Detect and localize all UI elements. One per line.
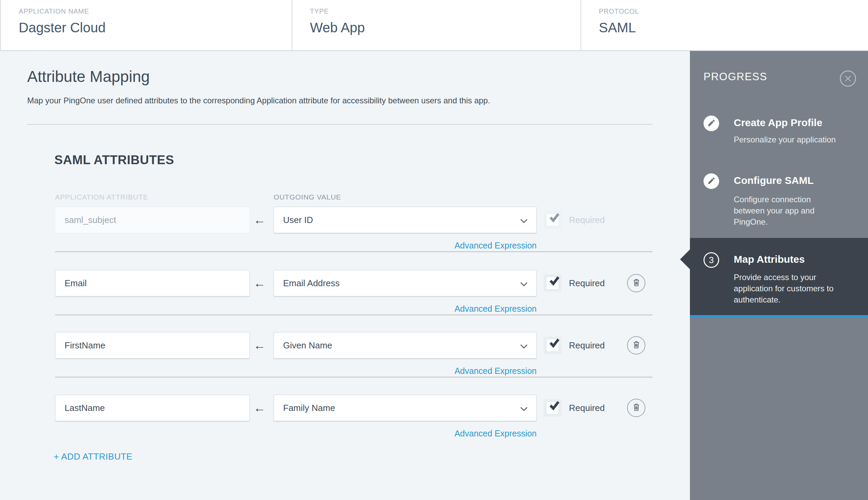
add-attribute-link[interactable]: + ADD ATTRIBUTE bbox=[54, 451, 133, 462]
dropdown-value: Email Address bbox=[283, 278, 340, 288]
attribute-row: FirstName ← Given Name Required bbox=[0, 332, 690, 378]
map-arrow-icon: ← bbox=[252, 207, 267, 233]
chevron-down-icon bbox=[520, 278, 527, 288]
active-step-notch bbox=[680, 249, 690, 270]
column-label-outgoing-value: OUTGOING VALUE bbox=[274, 193, 341, 201]
advanced-expression-link[interactable]: Advanced Expression bbox=[274, 429, 537, 439]
page-title: Attribute Mapping bbox=[27, 67, 150, 86]
outgoing-value-dropdown[interactable]: User ID bbox=[274, 207, 537, 233]
progress-panel: PROGRESS Create App Profile Per bbox=[690, 51, 868, 500]
application-attribute-input[interactable]: Email bbox=[55, 270, 250, 296]
header-field-value: SAML bbox=[599, 20, 868, 35]
saml-attributes-heading: SAML ATTRIBUTES bbox=[54, 153, 174, 167]
required-checkbox[interactable] bbox=[544, 399, 561, 417]
required-checkbox[interactable] bbox=[544, 274, 561, 292]
trash-icon bbox=[631, 278, 641, 288]
app-root: APPLICATION NAME Dagster Cloud TYPE Web … bbox=[0, 0, 868, 500]
advanced-expression-link[interactable]: Advanced Expression bbox=[274, 366, 537, 376]
advanced-expression-link[interactable]: Advanced Expression bbox=[274, 304, 537, 314]
header-field-label: PROTOCOL bbox=[599, 8, 868, 15]
attribute-row: Email ← Email Address Required bbox=[0, 270, 690, 316]
map-arrow-icon: ← bbox=[252, 270, 267, 296]
outgoing-value-dropdown[interactable]: Given Name bbox=[274, 332, 537, 359]
delete-attribute-button[interactable] bbox=[627, 336, 646, 354]
row-divider bbox=[55, 377, 652, 378]
pencil-icon bbox=[707, 118, 716, 128]
header-field-label: TYPE bbox=[310, 8, 581, 15]
header-field-label: APPLICATION NAME bbox=[19, 8, 292, 15]
step-icon-circle bbox=[704, 116, 719, 131]
app-header: APPLICATION NAME Dagster Cloud TYPE Web … bbox=[0, 0, 868, 51]
chevron-down-icon bbox=[520, 403, 527, 413]
required-label: Required bbox=[569, 395, 605, 421]
header-field-protocol: PROTOCOL SAML bbox=[581, 0, 868, 50]
required-label: Required bbox=[569, 332, 605, 359]
step-subtitle: Configure connection between your app an… bbox=[734, 194, 823, 227]
attribute-row: saml_subject ← User ID Required Advanced… bbox=[0, 207, 690, 252]
required-checkbox[interactable] bbox=[544, 337, 561, 354]
row-divider bbox=[55, 315, 652, 316]
section-divider bbox=[27, 124, 652, 125]
advanced-expression-link[interactable]: Advanced Expression bbox=[274, 241, 537, 250]
header-field-value: Web App bbox=[310, 20, 581, 35]
attribute-mapping-content: Attribute Mapping Map your PingOne user … bbox=[0, 51, 690, 500]
required-label: Required bbox=[569, 207, 605, 233]
trash-icon bbox=[631, 340, 641, 351]
required-checkbox bbox=[544, 211, 561, 229]
map-arrow-icon: ← bbox=[252, 395, 267, 421]
dropdown-value: Given Name bbox=[283, 340, 332, 351]
pencil-icon bbox=[707, 177, 716, 186]
delete-attribute-button[interactable] bbox=[627, 274, 646, 292]
application-attribute-input: saml_subject bbox=[55, 207, 250, 233]
chevron-down-icon bbox=[520, 340, 527, 351]
dropdown-value: Family Name bbox=[283, 403, 335, 413]
chevron-down-icon bbox=[520, 215, 527, 225]
delete-attribute-button[interactable] bbox=[627, 399, 646, 417]
progress-step[interactable]: 3 Map Attributes Provide access to your … bbox=[690, 238, 868, 317]
progress-title: PROGRESS bbox=[704, 71, 767, 83]
map-arrow-icon: ← bbox=[252, 332, 267, 359]
required-label: Required bbox=[569, 270, 605, 296]
attribute-row: LastName ← Family Name Required bbox=[0, 395, 690, 440]
dropdown-value: User ID bbox=[283, 215, 313, 225]
header-field-type: TYPE Web App bbox=[292, 0, 581, 50]
step-subtitle: Provide access to your application for c… bbox=[734, 272, 853, 305]
step-icon-circle bbox=[704, 173, 719, 189]
application-attribute-input[interactable]: LastName bbox=[55, 395, 250, 421]
progress-step[interactable]: Configure SAML Configure connection betw… bbox=[690, 173, 868, 238]
step-subtitle: Personalize your application bbox=[734, 134, 846, 145]
trash-icon bbox=[631, 402, 641, 413]
application-attribute-input[interactable]: FirstName bbox=[55, 332, 250, 359]
row-divider bbox=[55, 251, 652, 252]
step-title: Create App Profile bbox=[734, 117, 822, 128]
header-field-application-name: APPLICATION NAME Dagster Cloud bbox=[1, 0, 292, 50]
step-title: Configure SAML bbox=[734, 175, 814, 186]
step-number-circle: 3 bbox=[704, 252, 719, 268]
close-icon bbox=[840, 83, 856, 88]
step-number: 3 bbox=[709, 255, 714, 265]
step-title: Map Attributes bbox=[734, 253, 805, 265]
outgoing-value-dropdown[interactable]: Email Address bbox=[274, 270, 537, 296]
close-button[interactable] bbox=[840, 70, 856, 87]
header-field-value: Dagster Cloud bbox=[19, 20, 292, 35]
outgoing-value-dropdown[interactable]: Family Name bbox=[274, 395, 537, 421]
progress-step[interactable]: Create App Profile Personalize your appl… bbox=[690, 116, 868, 173]
page-description: Map your PingOne user defined attributes… bbox=[27, 96, 490, 105]
